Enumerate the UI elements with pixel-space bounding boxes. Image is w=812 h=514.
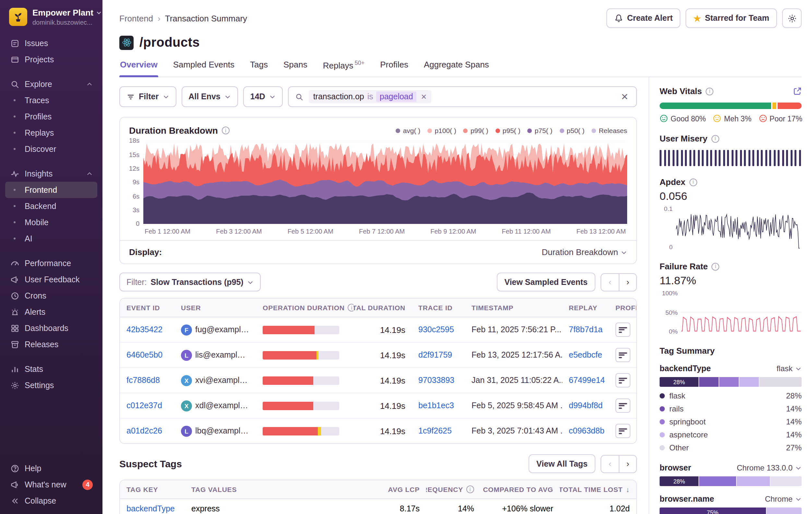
compared-to-avg: +106% slower [481, 499, 560, 514]
remove-token-icon[interactable]: ✕ [416, 93, 431, 101]
replay-link[interactable]: c0963d8b [569, 427, 605, 436]
sidebar-item-stats[interactable]: Stats [5, 361, 97, 377]
sidebar-item-discover[interactable]: Discover [5, 141, 97, 157]
sidebar-item-profiles[interactable]: Profiles [5, 108, 97, 125]
sidebar-item-mobile[interactable]: Mobile [5, 214, 97, 231]
profile-button[interactable] [615, 424, 630, 438]
create-alert-button[interactable]: Create Alert [606, 8, 681, 28]
sidebar-item-frontend[interactable]: Frontend [5, 182, 97, 198]
starred-for-team-button[interactable]: ★Starred for Team [686, 8, 777, 28]
trace-id-link[interactable]: 97033893 [418, 376, 454, 385]
legend-item[interactable]: p50( ) [560, 127, 585, 135]
date-range-selector[interactable]: 14D [243, 87, 283, 107]
sidebar-item-user-feedback[interactable]: User Feedback [5, 271, 97, 288]
tab-sampled-events[interactable]: Sampled Events [173, 58, 235, 77]
event-id-link[interactable]: fc7886d8 [126, 376, 160, 385]
sidebar-item-backend[interactable]: Backend [5, 198, 97, 214]
breadcrumb-frontend[interactable]: Frontend [119, 13, 153, 23]
sidebar-item-issues[interactable]: Issues [5, 35, 97, 51]
tag-key-link[interactable]: backendType [126, 505, 175, 514]
legend-item[interactable]: Releases [591, 127, 627, 135]
replay-link[interactable]: d994bf8d [569, 401, 603, 410]
tag-value-selector[interactable]: flask [777, 364, 802, 374]
legend-item[interactable]: p75( ) [528, 127, 553, 135]
trace-id-link[interactable]: 930c2595 [418, 325, 454, 334]
sort-desc-icon[interactable]: ↓ [626, 486, 630, 493]
trace-id-link[interactable]: 1c9f2625 [418, 427, 452, 436]
sidebar-item-releases[interactable]: Releases [5, 336, 97, 352]
tag-value-selector[interactable]: Chrome 133.0.0 [737, 464, 802, 473]
avatar: X [181, 400, 192, 411]
duration-breakdown-chart[interactable] [143, 141, 627, 224]
replay-link[interactable]: 67499e14 [569, 376, 605, 385]
sidebar-item-alerts[interactable]: Alerts [5, 304, 97, 320]
sidebar-item-traces[interactable]: Traces [5, 92, 97, 108]
trace-id-link[interactable]: d2f91759 [418, 351, 452, 360]
sidebar-item-help[interactable]: Help [5, 460, 97, 476]
tab-replays[interactable]: Replays50+ [322, 58, 366, 77]
profile-button[interactable] [615, 374, 630, 388]
legend-item[interactable]: p100( ) [427, 127, 456, 135]
pager-prev-button[interactable]: ‹ [601, 456, 619, 472]
event-id-link[interactable]: 6460e5b0 [126, 351, 163, 360]
search-token[interactable]: transaction.op is pageload ✕ [309, 90, 431, 104]
sidebar-item-replays[interactable]: Replays [5, 125, 97, 141]
info-icon[interactable]: i [712, 263, 720, 271]
info-icon[interactable]: i [711, 135, 719, 143]
event-id-link[interactable]: 42b35422 [126, 325, 163, 334]
legend-item[interactable]: p99( ) [463, 127, 488, 135]
org-switcher[interactable]: Empower Plant dominik.buszowiec... [5, 6, 97, 26]
sidebar-item-ai[interactable]: AI [5, 231, 97, 247]
tag-distribution-bar[interactable]: 28% [660, 477, 802, 486]
tag-distribution-bar[interactable]: 75% [660, 508, 802, 514]
sidebar-group-insights[interactable]: Insights [5, 165, 97, 182]
filter-button[interactable]: Filter [119, 87, 176, 107]
pager-prev-button[interactable]: ‹ [601, 274, 619, 291]
profile-button[interactable] [615, 399, 630, 413]
display-selector[interactable]: Duration Breakdown [542, 248, 627, 257]
event-id-link[interactable]: a01d2c26 [126, 427, 162, 436]
legend-item[interactable]: avg( ) [396, 127, 420, 135]
info-icon[interactable]: i [348, 304, 353, 312]
info-icon[interactable]: i [706, 88, 714, 96]
sidebar-item-crons[interactable]: Crons [5, 288, 97, 304]
apdex-chart [675, 206, 802, 251]
user-email: lbq@example.c... [195, 427, 250, 436]
tag-distribution-bar[interactable]: 28% [660, 377, 802, 387]
sidebar-item-dashboards[interactable]: Dashboards [5, 320, 97, 336]
sidebar-footer: Help What's new4 Collapse [5, 460, 97, 509]
search-input[interactable]: transaction.op is pageload ✕ ✕ [288, 87, 637, 107]
pager-next-button[interactable]: › [619, 456, 636, 472]
transaction-filter-selector[interactable]: Filter:Slow Transactions (p95) [119, 273, 261, 292]
tab-aggregate-spans[interactable]: Aggregate Spans [423, 58, 490, 77]
tab-spans[interactable]: Spans [283, 58, 308, 77]
open-in-new-icon[interactable] [793, 87, 802, 96]
sidebar-group-explore[interactable]: Explore [5, 76, 97, 92]
tag-value-selector[interactable]: Chrome [765, 495, 802, 504]
clear-search-icon[interactable]: ✕ [620, 92, 630, 102]
trace-id-link[interactable]: be1b1ec3 [418, 401, 454, 410]
view-all-tags-button[interactable]: View All Tags [529, 455, 596, 474]
sidebar-item-whats-new[interactable]: What's new4 [5, 476, 97, 493]
info-icon[interactable]: i [222, 127, 230, 135]
sidebar-item-performance[interactable]: Performance [5, 255, 97, 271]
replay-link[interactable]: e5edbcfe [569, 351, 602, 360]
tab-overview[interactable]: Overview [119, 58, 158, 77]
legend-item[interactable]: p95( ) [495, 127, 520, 135]
settings-button[interactable] [782, 8, 802, 28]
view-sampled-events-button[interactable]: View Sampled Events [496, 273, 596, 292]
info-icon[interactable]: i [689, 179, 697, 186]
tab-profiles[interactable]: Profiles [379, 58, 409, 77]
environment-selector[interactable]: All Envs [181, 87, 238, 107]
tab-tags[interactable]: Tags [250, 58, 268, 77]
profile-button[interactable] [615, 348, 630, 362]
sidebar-item-settings[interactable]: Settings [5, 377, 97, 393]
pager-next-button[interactable]: › [619, 274, 636, 291]
event-id-link[interactable]: c012e37d [126, 401, 162, 410]
chevron-down-icon [224, 94, 231, 100]
replay-link[interactable]: 7f8b7d1a [569, 325, 603, 334]
sidebar-collapse-button[interactable]: Collapse [5, 493, 97, 509]
sidebar-item-projects[interactable]: Projects [5, 51, 97, 67]
info-icon[interactable]: i [466, 486, 474, 493]
profile-button[interactable] [615, 323, 630, 337]
